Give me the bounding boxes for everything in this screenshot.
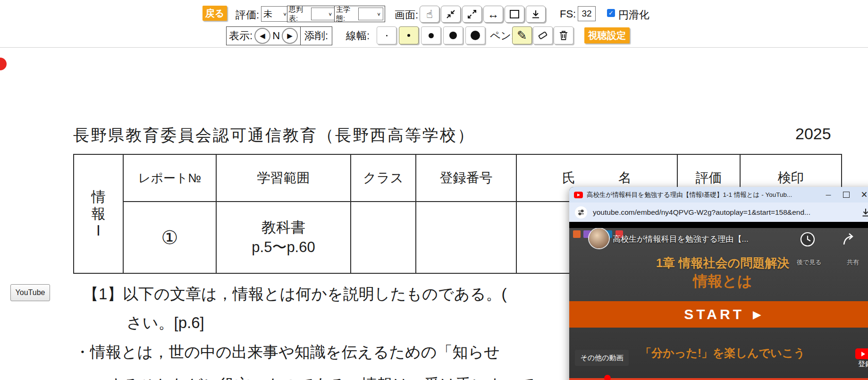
close-button[interactable]: × — [857, 188, 868, 201]
download-icon — [531, 9, 540, 19]
reg-number-cell — [416, 202, 516, 273]
judgment-select[interactable]: ∨ — [311, 8, 335, 20]
line-width-5-button[interactable] — [465, 26, 485, 44]
video-letterbox — [569, 222, 868, 228]
next-icon: ▶ — [287, 32, 293, 40]
judgment-label: 思判表: — [289, 5, 310, 23]
watch-later-button[interactable] — [800, 231, 816, 247]
subscribe-label: 登録 — [858, 360, 868, 369]
chevron-down-icon: ∨ — [377, 11, 381, 17]
clipped-bottom-line: するひとなどに役立つものである。情報は，受け手によって — [108, 374, 535, 380]
trash-icon — [559, 30, 568, 41]
chevron-down-icon: ∨ — [283, 11, 287, 17]
play-icon: ▶ — [753, 308, 761, 321]
video-progress-scrubber[interactable] — [604, 375, 611, 380]
line-width-1-button[interactable] — [377, 26, 396, 44]
fontsize-label: FS: — [560, 8, 576, 20]
evaluation-label: 評価: — [236, 8, 259, 22]
study-range-line2: p.5〜p.60 — [217, 237, 350, 257]
line-width-label: 線幅: — [346, 29, 370, 43]
subject-cell: 情報Ⅰ — [74, 154, 123, 273]
view-settings-button[interactable]: 視聴設定 — [584, 27, 630, 43]
popup-titlebar[interactable]: 高校生が情報科目を勉強する理由【情報I基礎】1-1 情報とは - YouTub.… — [569, 187, 868, 203]
fit-page-button[interactable] — [505, 6, 524, 23]
popup-urlbar: youtube.com/embed/ny4QPVG-W2g?autoplay=1… — [569, 203, 868, 222]
display-label: 表示: — [229, 29, 253, 43]
evaluation-select[interactable]: 未 ∨ — [261, 6, 289, 22]
shrink-screen-button[interactable] — [441, 6, 461, 23]
social-icon-1 — [573, 230, 581, 238]
expand-icon — [467, 9, 477, 19]
video-player[interactable]: 高校生が情報科目を勉強する理由【... 後で見る 共有 1章 情報社会の問題解決… — [569, 228, 868, 380]
dot-size-2-icon — [407, 34, 410, 37]
attitude-group: 主学態: ∨ — [334, 6, 385, 22]
channel-avatar[interactable] — [589, 228, 609, 248]
start-button[interactable]: START ▶ — [569, 301, 868, 328]
eraser-icon — [537, 30, 548, 41]
line-width-2-button[interactable] — [399, 26, 419, 44]
dot-size-4-icon — [449, 32, 457, 39]
clock-icon — [800, 231, 816, 247]
compress-icon — [446, 9, 455, 19]
popup-url[interactable]: youtube.com/embed/ny4QPVG-W2g?autoplay=1… — [593, 208, 855, 217]
prev-icon: ◀ — [260, 32, 265, 40]
more-videos-button[interactable]: その他の動画 — [575, 350, 629, 366]
judgment-group: 思判表: ∨ — [287, 6, 337, 22]
site-settings-icon[interactable] — [575, 206, 587, 219]
start-label: START — [684, 306, 744, 322]
smoothing-label: 円滑化 — [618, 8, 649, 22]
horizontal-resize-icon: ↔ — [488, 8, 499, 21]
youtube-link-button[interactable]: YouTube — [10, 284, 50, 301]
dot-size-5-icon — [471, 31, 480, 40]
line-width-3-button[interactable] — [421, 26, 441, 44]
toolbar-divider — [0, 47, 868, 48]
col-name-second: 名 — [618, 169, 632, 187]
screen-label: 画面: — [395, 8, 418, 22]
red-annotation-dot — [0, 58, 7, 70]
col-study-range: 学習範囲 — [216, 154, 351, 202]
app-root: 戻る 評価: 未 ∨ 思判表: ∨ 主学態: ∨ 画面: ☝ — [0, 0, 868, 380]
maximize-icon — [843, 192, 850, 198]
popup-window-title: 高校生が情報科目を勉強する理由【情報I基礎】1-1 情報とは - YouTub.… — [587, 191, 817, 199]
download-button[interactable] — [526, 6, 546, 23]
smoothing-checkbox[interactable]: ✓ — [607, 9, 615, 17]
evaluation-value: 未 — [263, 8, 272, 20]
correction-group[interactable]: 添削: — [300, 26, 332, 45]
back-button[interactable]: 戻る — [202, 6, 227, 21]
report-no-cell: ① — [123, 202, 216, 273]
eraser-tool-button[interactable] — [533, 26, 553, 44]
minimize-button[interactable]: ─ — [821, 191, 835, 199]
report-title: 長野県教育委員会認可通信教育（長野西高等学校） — [73, 125, 475, 146]
rectangle-icon — [510, 10, 519, 18]
video-chapter-heading: 1章 情報社会の問題解決 — [569, 255, 868, 271]
video-progress-bar[interactable] — [569, 378, 868, 380]
next-page-button[interactable]: ▶ — [282, 28, 298, 44]
youtube-popup-window: 高校生が情報科目を勉強する理由【情報I基礎】1-1 情報とは - YouTub.… — [569, 187, 868, 380]
study-range-line1: 教科書 — [217, 218, 350, 237]
share-arrow-icon — [842, 232, 857, 246]
dot-size-1-icon — [386, 35, 388, 36]
pencil-tool-button[interactable]: ✎ — [512, 26, 532, 44]
attitude-select[interactable]: ∨ — [358, 8, 383, 20]
subject-vertical-text: 情報Ⅰ — [92, 188, 106, 239]
delete-tool-button[interactable] — [554, 26, 573, 44]
attitude-label: 主学態: — [336, 5, 357, 23]
study-range-cell: 教科書 p.5〜p.60 — [216, 202, 351, 273]
youtube-subscribe-icon[interactable] — [855, 348, 868, 359]
share-button[interactable] — [842, 232, 857, 246]
expand-screen-button[interactable] — [462, 6, 482, 23]
fontsize-input[interactable]: 32 — [578, 6, 596, 21]
pen-label: ペン: — [490, 29, 514, 43]
video-overlay-title[interactable]: 高校生が情報科目を勉強する理由【... — [613, 234, 749, 245]
col-reg-number: 登録番号 — [416, 154, 516, 202]
line-width-4-button[interactable] — [443, 26, 463, 44]
maximize-button[interactable] — [839, 192, 853, 198]
youtube-favicon — [574, 192, 583, 198]
bullet-line: ・情報とは，世の中の出来事や知識を伝えるための「知らせ — [75, 342, 500, 363]
col-class: クラス — [351, 154, 416, 202]
fit-width-button[interactable]: ↔ — [483, 6, 503, 23]
hand-tool-button[interactable]: ☝ — [420, 6, 439, 23]
prev-page-button[interactable]: ◀ — [254, 28, 270, 44]
url-download-icon[interactable] — [861, 208, 868, 217]
correction-label: 添削: — [304, 29, 328, 43]
